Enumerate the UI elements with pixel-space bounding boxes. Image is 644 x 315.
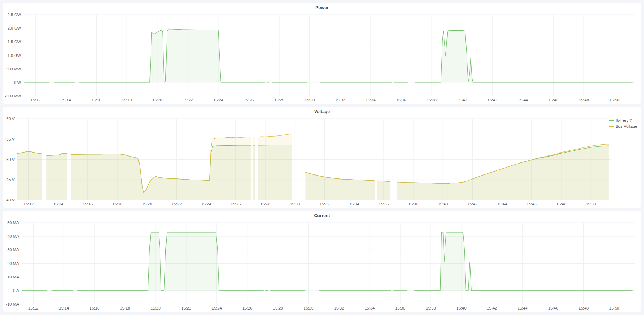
y-tick-label: 30 MA: [7, 247, 19, 252]
x-tick-label: 15:14: [61, 98, 71, 102]
x-tick-label: 15:12: [28, 306, 39, 310]
chart-svg[interactable]: 50 MA40 MA30 MA20 MA10 MA0 A-10 MA15:121…: [3, 220, 641, 312]
x-tick-label: 15:46: [548, 306, 558, 310]
y-tick-label: 55 V: [6, 137, 15, 141]
x-tick-label: 15:42: [487, 98, 497, 102]
x-tick-label: 15:26: [244, 98, 254, 102]
x-tick-label: 15:44: [497, 202, 507, 206]
series-area-bus-voltage: [258, 134, 292, 200]
x-tick-label: 15:24: [212, 306, 222, 310]
series-line-battery-2: [258, 145, 292, 146]
x-tick-label: 15:36: [395, 306, 405, 310]
series-area-current: [414, 232, 633, 291]
x-tick-label: 15:20: [151, 306, 161, 310]
x-tick-label: 15:14: [59, 306, 69, 310]
series-area-bus-voltage: [397, 144, 609, 200]
x-tick-label: 15:30: [305, 98, 315, 102]
x-tick-label: 15:44: [518, 306, 528, 310]
x-tick-label: 15:18: [120, 306, 130, 310]
x-tick-label: 15:12: [24, 202, 34, 206]
x-tick-label: 15:40: [457, 98, 467, 102]
x-tick-label: 15:22: [183, 98, 193, 102]
current-panel-title[interactable]: Current: [314, 213, 330, 218]
power-chart[interactable]: 2.5 GW2.0 GW1.5 GW1.0 GW500 MW0 W-500 MW…: [3, 12, 641, 104]
y-tick-label: 50 V: [6, 157, 15, 162]
x-tick-label: 15:36: [396, 98, 406, 102]
current-panel-header: Current: [3, 211, 641, 220]
legend-swatch-battery-2: [609, 120, 614, 121]
x-tick-label: 15:34: [366, 98, 376, 102]
voltage-legend: Battery 2 Bus Voltage: [609, 118, 637, 129]
x-tick-label: 15:50: [609, 306, 620, 310]
x-tick-label: 15:50: [609, 98, 620, 102]
x-tick-label: 15:48: [556, 202, 566, 206]
voltage-chart[interactable]: 60 V55 V50 V45 V40 V15:1215:1415:1615:18…: [3, 116, 641, 208]
x-tick-label: 15:48: [579, 98, 589, 102]
x-tick-label: 15:16: [83, 202, 93, 206]
legend-label-bus-voltage: Bus Voltage: [616, 124, 637, 129]
y-tick-label: 45 V: [6, 177, 15, 182]
y-tick-label: 0 A: [13, 288, 19, 293]
series-area-bus-voltage: [71, 137, 251, 200]
x-tick-label: 15:26: [242, 306, 253, 310]
y-tick-label: -10 MA: [6, 302, 19, 306]
x-tick-label: 15:34: [364, 306, 375, 310]
x-tick-label: 15:32: [335, 98, 345, 102]
series-area-bus-voltage: [377, 181, 391, 200]
chart-svg[interactable]: 60 V55 V50 V45 V40 V15:1215:1415:1615:18…: [3, 116, 641, 208]
y-tick-label: 2.0 GW: [8, 26, 22, 30]
voltage-panel-title[interactable]: Voltage: [314, 109, 330, 114]
x-tick-label: 15:42: [468, 202, 478, 206]
series-area-power: [79, 29, 265, 82]
legend-item-bus-voltage[interactable]: Bus Voltage: [609, 124, 637, 129]
x-tick-label: 15:38: [408, 202, 418, 206]
y-tick-label: 2.5 GW: [8, 12, 22, 17]
series-area-current: [77, 232, 264, 291]
x-tick-label: 15:38: [426, 98, 437, 102]
legend-label-battery-2: Battery 2: [616, 118, 632, 123]
x-tick-label: 15:40: [438, 202, 448, 206]
voltage-panel: Voltage 60 V55 V50 V45 V40 V15:1215:1415…: [3, 107, 641, 208]
x-tick-label: 15:16: [89, 306, 99, 310]
y-tick-label: 500 MW: [6, 67, 22, 71]
x-tick-label: 15:12: [31, 98, 41, 102]
x-tick-label: 15:20: [142, 202, 152, 206]
x-tick-label: 15:18: [122, 98, 132, 102]
chart-svg[interactable]: 2.5 GW2.0 GW1.5 GW1.0 GW500 MW0 W-500 MW…: [3, 12, 641, 104]
dashboard: Power 2.5 GW2.0 GW1.5 GW1.0 GW500 MW0 W-…: [0, 0, 644, 315]
x-tick-label: 15:44: [518, 98, 528, 102]
x-tick-label: 15:24: [213, 98, 223, 102]
power-panel-header: Power: [3, 3, 641, 12]
y-tick-label: 1.5 GW: [8, 39, 22, 44]
series-area-bus-voltage: [253, 137, 255, 200]
x-tick-label: 15:22: [181, 306, 191, 310]
legend-item-battery-2[interactable]: Battery 2: [609, 118, 637, 123]
power-panel: Power 2.5 GW2.0 GW1.5 GW1.0 GW500 MW0 W-…: [3, 3, 641, 104]
series-line-bus-voltage: [253, 137, 255, 137]
x-tick-label: 15:32: [334, 306, 344, 310]
y-tick-label: -500 MW: [5, 94, 21, 98]
voltage-panel-header: Voltage: [3, 107, 641, 116]
x-tick-label: 15:30: [304, 306, 314, 310]
y-tick-label: 0 W: [14, 80, 21, 85]
y-tick-label: 10 MA: [7, 275, 19, 279]
series-area-bus-voltage: [46, 153, 67, 200]
series-area-bus-voltage: [306, 172, 375, 200]
x-tick-label: 15:50: [586, 202, 596, 206]
x-tick-label: 15:28: [260, 202, 270, 206]
x-tick-label: 15:36: [379, 202, 389, 206]
y-tick-label: 40 V: [6, 198, 15, 202]
x-tick-label: 15:34: [349, 202, 359, 206]
x-tick-label: 15:22: [172, 202, 182, 206]
x-tick-label: 15:14: [53, 202, 63, 206]
series-area-bus-voltage: [17, 151, 42, 200]
series-area-power: [415, 30, 633, 82]
x-tick-label: 15:28: [273, 306, 283, 310]
x-tick-label: 15:32: [320, 202, 330, 206]
x-tick-label: 15:46: [527, 202, 537, 206]
current-chart[interactable]: 50 MA40 MA30 MA20 MA10 MA0 A-10 MA15:121…: [3, 220, 641, 312]
x-tick-label: 15:20: [152, 98, 163, 102]
power-panel-title[interactable]: Power: [315, 5, 329, 10]
x-tick-label: 15:24: [201, 202, 211, 206]
y-tick-label: 20 MA: [7, 261, 19, 266]
